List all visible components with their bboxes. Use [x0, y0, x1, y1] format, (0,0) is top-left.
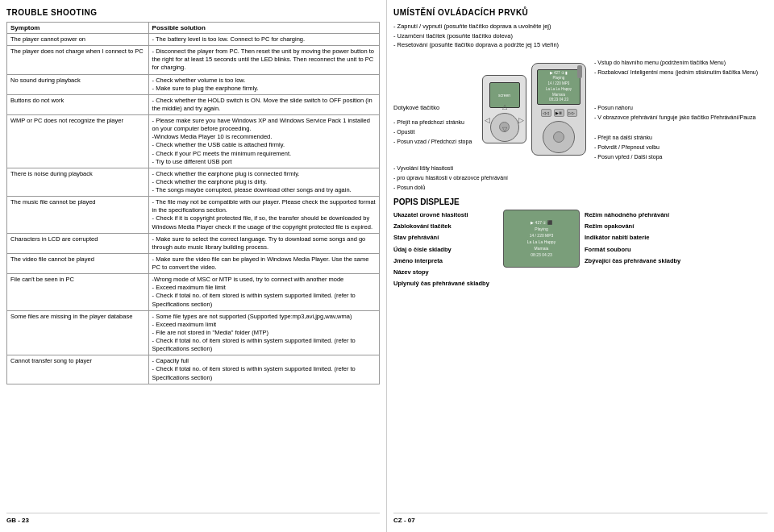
right-title: UMÍSTĚNÍ OVLÁDACÍCH PRVKŮ	[393, 8, 768, 17]
umisteni-bullets: - Zapnutí / vypnutí (posuňte tlačítko do…	[393, 22, 768, 50]
display-line: ▶ 427 ① ⬛	[527, 219, 556, 226]
troubleshoot-table: Symptom Possible solution The player can…	[6, 22, 380, 384]
table-row: WMP or PC does not recognize the player	[7, 115, 149, 168]
table-row: Some files are missing in the player dat…	[7, 310, 149, 355]
table-row: The music file cannot be played	[7, 197, 149, 234]
popis-left-labels: Ukazatel úrovně hlasitostiZablokování tl…	[393, 210, 498, 290]
label-item: - Přejít na další stránku	[594, 133, 758, 143]
table-row: Buttons do not work	[7, 94, 149, 114]
bullet-item: - Resetování (posuňte tlačítko doprava a…	[393, 40, 768, 50]
table-row: - Check whether volume is too low. - Mak…	[148, 74, 379, 94]
right-bot-labels: - Přejít na další stránku- Potvrdit / Př…	[594, 133, 758, 162]
table-row: - Disconnect the player from PC. Then re…	[148, 46, 379, 74]
display-line: Mamaia	[527, 245, 556, 251]
left-panel: TROUBLE SHOOTING Symptom Possible soluti…	[0, 0, 387, 532]
popis-right-labels: Režim náhodného přehráváníRežim opakován…	[585, 210, 681, 267]
label-item: - Posun dolů	[393, 183, 522, 193]
popis-label: Zablokování tlačítek	[393, 221, 498, 232]
display-line: 14 / 220 MP3	[527, 232, 556, 239]
device-main: ▶ 427 ① ▮Playing14 / 220 MP3La La La Hap…	[531, 63, 586, 156]
table-row: - Check whether the earphone plug is con…	[148, 168, 379, 196]
label-item: - Potvrdit / Přepnout volbu	[594, 143, 758, 152]
table-row: The video file cannot be played	[7, 253, 149, 273]
left-bot-section: - Vyvolání lišty hlasitosti- pro úpravu …	[393, 164, 768, 193]
display-image-area: Ukazatel úrovně hlasitostiZablokování tl…	[393, 210, 768, 290]
table-row: Cannot transfer song to player	[7, 355, 149, 384]
table-row: - The battery level is too low. Connect …	[148, 34, 379, 46]
popis-label: Zbývající čas přehrávané skladby	[585, 256, 681, 267]
popis-label: Ukazatel úrovně hlasitosti	[393, 210, 498, 221]
left-footer: GB - 23	[6, 513, 380, 524]
popis-label: Formát souboru	[585, 244, 681, 256]
label-item: - Rozbalovací Inteligentní menu (jedním …	[594, 68, 758, 77]
popis-section: POPIS DISPLEJE Ukazatel úrovně hlasitost…	[393, 197, 768, 290]
bullet-item: - Uzamčení tlačítek (posuňte tlačítko do…	[393, 31, 768, 41]
display-line: Playing	[527, 226, 556, 232]
display-line: 08:23 04:23	[527, 251, 556, 258]
popis-title: POPIS DISPLEJE	[393, 197, 768, 206]
main-touch-circle	[543, 121, 575, 153]
table-row: No sound during playback	[7, 74, 149, 94]
label-item: - Posun vzad / Předchozí stopa	[393, 137, 474, 147]
bullet-item: - Zapnutí / vypnutí (posuňte tlačítko do…	[393, 22, 768, 31]
popis-label: Režim náhodného přehrávání	[585, 210, 681, 221]
popis-label: Indikátor nabití baterie	[585, 232, 681, 243]
col-header-solution: Possible solution	[148, 23, 379, 34]
table-row: Characters in LCD are corrupted	[7, 233, 149, 253]
table-row: The player cannot power on	[7, 34, 149, 46]
label-item: - pro úpravu hlasitosti v obrazovce přeh…	[393, 173, 522, 183]
popis-label: Jméno interpreta	[393, 256, 498, 267]
control-buttons: ◁◁ ▶⏸ ▷▷	[541, 109, 577, 117]
label-item: - Vstup do hlavního menu (podržením tlač…	[594, 58, 758, 68]
main-screen: ▶ 427 ① ▮Playing14 / 220 MP3La La La Hap…	[537, 69, 580, 105]
table-row: - The file may not be compatible with ou…	[148, 197, 379, 234]
label-item: - Posun vpřed / Další stopa	[594, 152, 758, 162]
label-item: - Přejít na předchozí stránku	[393, 118, 474, 127]
popis-label: Údaj o čísle skladby	[393, 244, 498, 256]
display-line: La La La Happy	[527, 239, 556, 245]
table-row: - Some file types are not supported (Sup…	[148, 310, 379, 355]
right-footer: CZ - 07	[393, 513, 768, 524]
table-row: There is noise during playback	[7, 168, 149, 196]
page-right: CZ - 07	[393, 517, 415, 524]
col-header-symptom: Symptom	[7, 23, 149, 34]
popis-label: Název stopy	[393, 267, 498, 278]
table-row: - Capacity full - Check if total no. of …	[148, 355, 379, 384]
left-title: TROUBLE SHOOTING	[6, 8, 380, 17]
label-item: - Posun nahoru	[594, 103, 758, 113]
popis-label: Režim opakování	[585, 221, 681, 232]
label-item: - Vyvolání lišty hlasitosti	[393, 164, 522, 173]
table-row: - Check whether the HOLD switch is ON. M…	[148, 94, 379, 114]
device-left: screen ◁ ▷ ▽ △	[482, 75, 526, 143]
table-row: File can't be seen in PC	[7, 274, 149, 311]
label-item: - V obrazovce přehrávání funguje jako tl…	[594, 113, 758, 123]
right-panel: UMÍSTĚNÍ OVLÁDACÍCH PRVKŮ - Zapnutí / vy…	[387, 0, 774, 532]
table-row: -Wrong mode of MSC or MTP is used, try t…	[148, 274, 379, 311]
popis-label: Stav přehrávání	[393, 232, 498, 243]
right-mid-labels: - Posun nahoru- V obrazovce přehrávání f…	[594, 103, 758, 123]
popis-label: Uplynulý čas přehrávané skladby	[393, 278, 498, 289]
table-row: - Make sure to select the correct langua…	[148, 233, 379, 253]
device-diagram-section: Dotykové tlačítko - Přejít na předchozí …	[393, 56, 768, 162]
table-row: - Please make sure you have Windows XP a…	[148, 115, 379, 168]
label-item: - Opustit	[393, 127, 474, 137]
dotykove-label: Dotykové tlačítko	[393, 104, 474, 111]
right-top-labels: - Vstup do hlavního menu (podržením tlač…	[594, 58, 758, 77]
table-row: - Make sure the video file can be played…	[148, 253, 379, 273]
display-box: ▶ 427 ① ⬛Playing14 / 220 MP3La La La Hap…	[503, 210, 580, 268]
left-mid-labels: - Přejít na předchozí stránku- Opustit- …	[393, 118, 474, 147]
table-row: The player does not charge when I connec…	[7, 46, 149, 74]
page-left: GB - 23	[6, 517, 29, 524]
